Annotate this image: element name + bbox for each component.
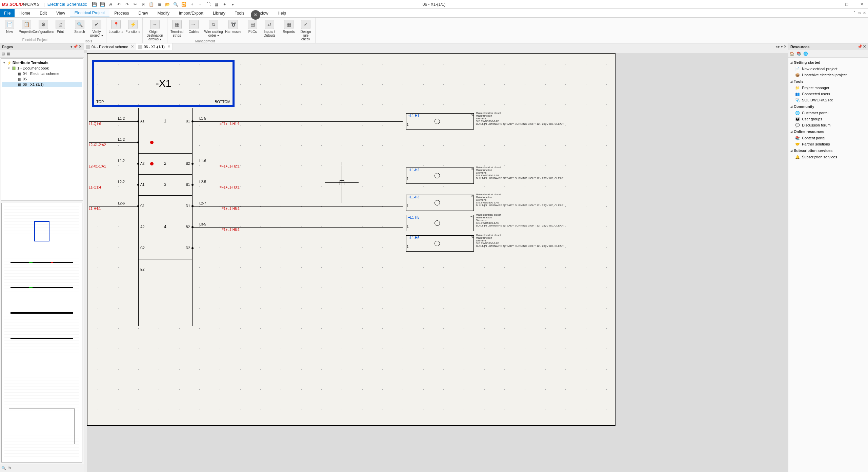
mdi-restore-icon[interactable]: ▭ <box>857 11 861 15</box>
tree-book[interactable]: ▾📗 1 - Document book <box>2 65 82 71</box>
tab-menu-icon[interactable]: ▾ <box>781 44 783 49</box>
partner-solutions[interactable]: 🤝Partner solutions <box>790 141 866 147</box>
panel-close-icon[interactable]: ✕ <box>79 44 82 49</box>
verify-project-button[interactable]: ✔Verify project ▾ <box>88 18 105 39</box>
resources-pin-icon[interactable]: 📌 <box>857 44 862 49</box>
user-groups[interactable]: 👪User groups <box>790 116 866 122</box>
pages-tree[interactable]: ▾⚡ Distribute Terminals ▾📗 1 - Document … <box>1 58 83 201</box>
menu-tab-process[interactable]: Process <box>109 9 134 17</box>
cut-icon[interactable]: ✂ <box>133 2 138 7</box>
tab-nav-right-icon[interactable]: ▸ <box>778 44 780 49</box>
content-portal[interactable]: 📚Content portal <box>790 135 866 141</box>
resources-group-header[interactable]: Subscription services <box>790 147 866 154</box>
menu-tab-library[interactable]: Library <box>208 9 230 17</box>
project-manager[interactable]: 📁Project manager <box>790 85 866 91</box>
origin-dest-button[interactable]: ↔Origin - destination arrows ▾ <box>144 18 166 42</box>
tab-close-icon[interactable]: ✕ <box>784 44 787 49</box>
minimize-button[interactable]: — <box>827 1 836 8</box>
find-icon[interactable]: 🔍 <box>173 2 179 7</box>
terminal-strip-top-label: TOP <box>96 100 104 104</box>
ribbon-collapse-icon[interactable]: ˄ <box>853 11 855 15</box>
tree-page-item[interactable]: ▦04 - Electrical scheme <box>2 71 82 76</box>
design-rule-check-button[interactable]: ✓Design rule check <box>298 18 314 42</box>
menu-tab-tools[interactable]: Tools <box>230 9 249 17</box>
close-overlay-button[interactable]: ✕ <box>251 10 260 20</box>
properties-button[interactable]: 📋Properties <box>18 18 35 37</box>
menu-tab-modify[interactable]: Modify <box>153 9 174 17</box>
configurations-button[interactable]: ⚙Configurations <box>35 18 52 37</box>
left-bottom-icon-2[interactable]: ↻ <box>8 466 11 470</box>
file-tab[interactable]: File <box>0 9 15 17</box>
fit-icon[interactable]: ⛶ <box>206 2 211 7</box>
paste-icon[interactable]: 📋 <box>149 2 154 7</box>
save-all-icon[interactable]: 💾 <box>100 2 105 7</box>
panel-pin-icon[interactable]: 📌 <box>73 44 78 49</box>
dropdown-icon[interactable]: ▾ <box>230 2 236 7</box>
snap-icon[interactable]: ✦ <box>222 2 227 7</box>
resources-group-header[interactable]: Tools <box>790 78 866 85</box>
terminal-strips-button[interactable]: ▦Terminal strips <box>169 18 185 39</box>
tree-root[interactable]: ▾⚡ Distribute Terminals <box>2 60 82 65</box>
close-button[interactable]: ✕ <box>857 1 866 8</box>
maximize-button[interactable]: ▢ <box>842 1 851 8</box>
unarchive-electrical-project[interactable]: 📦Unarchive electrical project <box>790 72 866 78</box>
menu-tab-home[interactable]: Home <box>15 9 35 17</box>
zoom-in-icon[interactable]: ＋ <box>189 2 195 7</box>
doc-tab-close-icon[interactable]: ✕ <box>167 44 170 49</box>
tree-page-item[interactable]: ▦06 - X1-(1/1) <box>2 82 82 87</box>
tab-nav-left-icon[interactable]: ◂ <box>775 44 778 49</box>
functions-button-label: Functions <box>125 30 140 34</box>
doc-tab-close-icon[interactable]: ✕ <box>131 44 134 49</box>
doc-tab[interactable]: 06 - X1-(1/1)✕ <box>136 43 173 50</box>
discussion-forum[interactable]: 💬Discussion forum <box>790 122 866 128</box>
plcs-button[interactable]: ▤PLCs <box>244 18 261 41</box>
resources-web-icon[interactable]: 🌐 <box>803 52 808 56</box>
open-icon[interactable]: 📂 <box>165 2 170 7</box>
new-button[interactable]: 📄New <box>1 18 18 37</box>
menu-tab-draw[interactable]: Draw <box>134 9 153 17</box>
menu-tab-view[interactable]: View <box>52 9 70 17</box>
resources-library-icon[interactable]: 📚 <box>796 52 801 56</box>
drawing-canvas[interactable]: -X1 TOP BOTTOM L1-2L1-Q1:6A11B1L1-5=F1+L… <box>84 50 788 472</box>
pages-toolbar-icon-1[interactable]: ▤ <box>1 52 5 56</box>
menu-tab-electrical-project[interactable]: Electrical Project <box>70 9 109 17</box>
page-thumbnail[interactable] <box>1 203 82 463</box>
new-electrical-project[interactable]: 📄New electrical project <box>790 66 866 72</box>
mdi-close-icon[interactable]: ✕ <box>863 11 866 15</box>
io-button[interactable]: ⇄Inputs / Outputs <box>261 18 278 41</box>
connected-users[interactable]: 👥Connected users <box>790 91 866 97</box>
resources-group-header[interactable]: Getting started <box>790 59 866 66</box>
panel-menu-icon[interactable]: ▾ <box>70 44 73 49</box>
customer-portal[interactable]: 🌐Customer portal <box>790 110 866 116</box>
save-icon[interactable]: 💾 <box>92 2 97 7</box>
grid-icon[interactable]: ▦ <box>214 2 219 7</box>
replace-icon[interactable]: 🔁 <box>181 2 187 7</box>
zoom-out-icon[interactable]: － <box>198 2 203 7</box>
print-button[interactable]: 🖨Print <box>52 18 68 37</box>
undo-icon[interactable]: ↶ <box>116 2 122 7</box>
copy-icon[interactable]: ⎘ <box>141 2 146 7</box>
wire-cabling-order-button[interactable]: ⇅Wire cabling order ▾ <box>203 18 224 39</box>
resources-close-icon[interactable]: ✕ <box>863 44 866 49</box>
solidworks-rx[interactable]: 🩺SOLIDWORKS Rx <box>790 97 866 103</box>
cables-button[interactable]: 〰Cables <box>186 18 202 39</box>
menu-tab-import-export[interactable]: Import/Export <box>174 9 208 17</box>
reports-button[interactable]: ▦Reports <box>281 18 297 42</box>
search-button[interactable]: 🔍Search <box>72 18 88 39</box>
print-icon[interactable]: 🖨 <box>108 2 114 7</box>
resources-group-header[interactable]: Community <box>790 103 866 110</box>
harnesses-button[interactable]: ➰Harnesses <box>225 18 241 39</box>
left-bottom-icon-1[interactable]: 🔍 <box>1 466 6 470</box>
tree-page-item[interactable]: ▦05 <box>2 76 82 82</box>
subscription-services[interactable]: 🔔Subscription services <box>790 154 866 160</box>
functions-button[interactable]: ⚡Functions <box>125 18 141 41</box>
menu-tab-edit[interactable]: Edit <box>35 9 52 17</box>
delete-icon[interactable]: 🗑 <box>157 2 162 7</box>
redo-icon[interactable]: ↷ <box>124 2 130 7</box>
locations-button[interactable]: 📍Locations <box>108 18 124 41</box>
pages-toolbar-icon-2[interactable]: ▦ <box>7 52 10 56</box>
doc-tab[interactable]: 04 - Electrical scheme✕ <box>84 43 136 50</box>
menu-tab-help[interactable]: Help <box>273 9 291 17</box>
resources-group-header[interactable]: Online resources <box>790 128 866 135</box>
resources-home-icon[interactable]: 🏠 <box>790 52 794 56</box>
